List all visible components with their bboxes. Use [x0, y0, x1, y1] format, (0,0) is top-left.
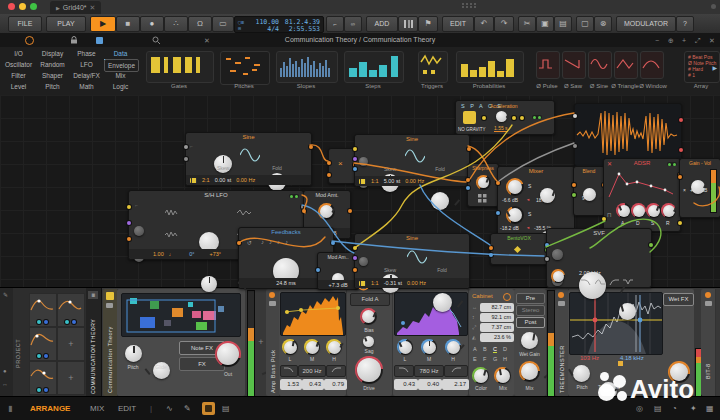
palette-triggers[interactable]: [418, 51, 448, 83]
adsr-attack-knob[interactable]: [618, 205, 630, 217]
sharpness-knob[interactable]: [478, 177, 489, 188]
sine2-title[interactable]: Sine: [355, 135, 469, 144]
follow-button[interactable]: ⚑: [418, 16, 438, 32]
posteq-mid-knob[interactable]: [423, 341, 436, 354]
time-signature[interactable]: 4/4: [249, 25, 279, 33]
cab-letter-c[interactable]: C: [493, 346, 497, 353]
mixer-gain2-knob[interactable]: [508, 208, 522, 222]
modamt1-title[interactable]: Mod Amt.: [304, 191, 350, 200]
menu-oscillator[interactable]: Oscillator: [2, 59, 35, 70]
wet-mix-knob[interactable]: [521, 363, 538, 380]
modamt2-value[interactable]: +7.3 dB: [328, 282, 347, 288]
sine2-fold-knob[interactable]: [431, 192, 449, 210]
mixer-ch2-gain[interactable]: -18.2 dB: [500, 225, 519, 231]
zoom-in-icon[interactable]: +: [682, 36, 686, 45]
module-adsr[interactable]: ADSR ✕ ⊓ A D S R: [603, 158, 681, 232]
punch-in-button[interactable]: ⌐: [326, 16, 344, 32]
adsr-release-knob[interactable]: [663, 205, 675, 217]
svf-keytrack-knob[interactable]: [553, 271, 564, 282]
module-gain[interactable]: Gain - Vol × +4.0 dB: [679, 158, 720, 218]
cab-mix-knob[interactable]: [496, 369, 510, 383]
popout-icon[interactable]: ⤢: [695, 36, 701, 45]
mix-tab[interactable]: MIX: [90, 404, 104, 413]
track-menu-icon[interactable]: ≣: [88, 291, 98, 299]
lowpass-icon[interactable]: [581, 279, 591, 285]
bento-title[interactable]: BentoVOX: [491, 234, 547, 243]
mixer-ch1-gain[interactable]: -6.6 dB: [502, 197, 518, 203]
preset-folder-icon[interactable]: [106, 303, 113, 308]
treemonster-display[interactable]: [569, 292, 663, 355]
posteq-mid-value[interactable]: 0.40: [418, 379, 442, 390]
expand-icon[interactable]: ↔: [2, 381, 8, 387]
posteq-low-slope-select[interactable]: [394, 365, 414, 377]
shlfo-shape-knob[interactable]: [201, 276, 217, 292]
palette-array[interactable]: # Beat Pos Ø Note Pitch # Hard # 1 ▶: [684, 51, 720, 83]
preset-folder-icon[interactable]: [705, 301, 712, 306]
preset-folder-icon[interactable]: [269, 301, 276, 306]
module-multiply[interactable]: ×: [328, 148, 356, 184]
module-bentovox[interactable]: BentoVOX: [490, 233, 548, 265]
menu-random[interactable]: Random: [36, 59, 69, 70]
adsr-sustain-knob[interactable]: [648, 205, 660, 217]
palette-gates[interactable]: [146, 51, 214, 83]
duplicate-button[interactable]: ▢: [576, 16, 594, 32]
posteq-crossover-select[interactable]: 780 Hz: [414, 365, 444, 377]
grid-pitch-knob[interactable]: [125, 345, 142, 362]
search-clear-icon[interactable]: ✕: [204, 36, 210, 45]
zoom-fit-icon[interactable]: ⊕: [668, 36, 674, 45]
overdub-button[interactable]: ∴: [164, 16, 188, 32]
monitor-button[interactable]: ▭: [212, 16, 234, 32]
copy-button[interactable]: ▣: [536, 16, 554, 32]
sine3-mod-knob1[interactable]: [359, 257, 368, 266]
space-toggle[interactable]: [532, 115, 542, 119]
cab-letter-h[interactable]: H: [503, 356, 507, 362]
svf-mod-knob1[interactable]: [552, 249, 563, 260]
song-time[interactable]: 2:55.553: [281, 25, 320, 33]
midi-keyboard-icon[interactable]: [202, 402, 215, 415]
sine3-semitones[interactable]: -0.31 st: [384, 280, 402, 286]
lock-icon[interactable]: [70, 36, 78, 44]
menu-display[interactable]: Display: [36, 48, 69, 59]
palette-triangle[interactable]: [614, 51, 638, 79]
sine2-semitones[interactable]: 5.00 st: [384, 178, 401, 184]
svf-cutoff-value[interactable]: 2.09 kHz: [579, 270, 601, 276]
loop-toggle-icon[interactable]: ∿: [166, 404, 173, 413]
menu-phase[interactable]: Phase: [70, 48, 103, 59]
project-tab[interactable]: ▶ Grid40* ✕: [50, 1, 101, 14]
pre-button[interactable]: Pre: [516, 293, 545, 304]
palette-pulse[interactable]: [536, 51, 560, 79]
module-sine-2[interactable]: Sine Skew Fold 1:1 5.00 st 0.00 Hz: [354, 134, 470, 187]
modamt1-knob[interactable]: [320, 205, 333, 218]
palette-saw[interactable]: [562, 51, 586, 79]
sag-knob[interactable]: [363, 336, 374, 347]
add-device-button[interactable]: +: [256, 338, 266, 348]
feedbacks-value[interactable]: 24.8 ms: [276, 280, 296, 286]
posteq-low-knob[interactable]: [399, 341, 412, 354]
feedbacks-title[interactable]: Feedbacks: [239, 228, 333, 237]
add-modulator-button[interactable]: +: [57, 327, 85, 361]
shlfo-phase[interactable]: 0°: [189, 251, 194, 257]
record-button[interactable]: ●: [140, 16, 164, 32]
device-power-icon[interactable]: [106, 292, 114, 300]
shlfo-mod-knob1[interactable]: [134, 226, 144, 236]
tab-close-icon[interactable]: ✕: [90, 4, 96, 12]
module-sharpness[interactable]: Sharpness: [467, 163, 499, 207]
arrange-tab[interactable]: ARRANGE: [30, 404, 70, 413]
mixer-view-button[interactable]: [398, 16, 418, 32]
amp-high-slope-select[interactable]: [326, 365, 346, 377]
amp-low-knob[interactable]: [284, 341, 297, 354]
modulator-button[interactable]: MODULATOR: [616, 16, 676, 32]
cab-letter-g[interactable]: G: [493, 356, 497, 362]
palette-steps[interactable]: [344, 51, 404, 83]
gain-title[interactable]: Gain - Vol: [680, 159, 720, 168]
help-button[interactable]: ?: [676, 16, 694, 32]
cut-button[interactable]: ✂: [518, 16, 536, 32]
keys-icon[interactable]: ▤: [222, 404, 230, 413]
play-button[interactable]: ▶: [90, 16, 116, 32]
project-label[interactable]: PROJECT: [15, 318, 21, 368]
cab-letter-d[interactable]: D: [503, 346, 507, 352]
gain-value[interactable]: +4.0 dB: [690, 187, 707, 193]
grid-device-strip[interactable]: Communication Theory: [103, 289, 118, 396]
module-sine-1[interactable]: Sine ⌐ Skew Fold 2:1 0.00 st 0.00 Hz: [185, 132, 312, 186]
preview-button[interactable]: Ω: [188, 16, 212, 32]
